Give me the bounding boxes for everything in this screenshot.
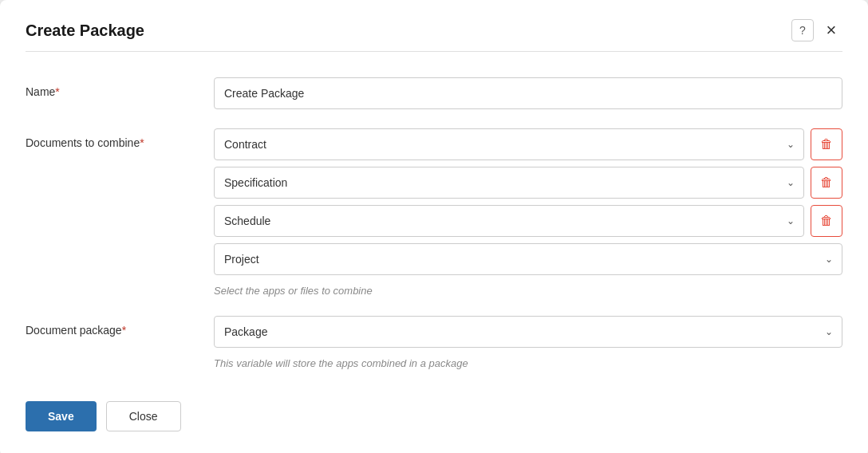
specification-select[interactable]: Specification: [214, 167, 804, 199]
package-label: Document package*: [26, 316, 201, 337]
document-row-2: Schedule ⌄ 🗑: [214, 205, 842, 237]
help-button[interactable]: ?: [791, 19, 814, 41]
document-row-0: Contract ⌄ 🗑: [214, 128, 842, 160]
name-label: Name*: [26, 77, 201, 98]
name-field-container: [214, 77, 842, 109]
close-icon: ×: [827, 22, 837, 39]
package-row: Document package* Package ⌄ This variabl…: [26, 316, 842, 369]
trash-icon: 🗑: [820, 214, 833, 228]
trash-icon: 🗑: [820, 137, 833, 152]
trash-icon: 🗑: [820, 175, 833, 190]
name-required-star: *: [55, 85, 59, 98]
dialog-close-button[interactable]: ×: [820, 19, 842, 41]
help-icon: ?: [799, 24, 806, 37]
close-button[interactable]: Close: [106, 401, 181, 431]
specification-select-wrapper: Specification ⌄: [214, 167, 804, 199]
header-actions: ? ×: [791, 19, 842, 41]
delete-contract-button[interactable]: 🗑: [811, 128, 842, 160]
schedule-select[interactable]: Schedule: [214, 205, 804, 237]
package-hint: This variable will store the apps combin…: [214, 357, 842, 369]
dialog-title: Create Package: [26, 22, 144, 40]
documents-required-star: *: [140, 136, 144, 149]
delete-specification-button[interactable]: 🗑: [811, 167, 842, 199]
package-required-star: *: [122, 324, 126, 337]
create-package-dialog: Create Package ? × Name* Documents to co…: [0, 0, 868, 453]
project-select-wrapper: Project ⌄: [214, 243, 842, 275]
form-body: Name* Documents to combine* Contract ⌄: [26, 77, 842, 431]
document-row-1: Specification ⌄ 🗑: [214, 167, 842, 199]
contract-select[interactable]: Contract: [214, 128, 804, 160]
package-content: Package ⌄ This variable will store the a…: [214, 316, 842, 369]
documents-label: Documents to combine*: [26, 128, 201, 149]
dialog-header: Create Package ? ×: [26, 19, 842, 52]
package-select[interactable]: Package: [214, 316, 842, 348]
document-row-3: Project ⌄: [214, 243, 842, 275]
project-select[interactable]: Project: [214, 243, 842, 275]
delete-schedule-button[interactable]: 🗑: [811, 205, 842, 237]
package-select-wrapper: Package ⌄: [214, 316, 842, 348]
name-input[interactable]: [214, 77, 842, 109]
documents-hint: Select the apps or files to combine: [214, 285, 842, 297]
save-button[interactable]: Save: [26, 401, 97, 431]
name-row: Name*: [26, 77, 842, 109]
documents-row: Documents to combine* Contract ⌄ 🗑: [26, 128, 842, 297]
schedule-select-wrapper: Schedule ⌄: [214, 205, 804, 237]
footer-actions: Save Close: [26, 395, 842, 431]
contract-select-wrapper: Contract ⌄: [214, 128, 804, 160]
documents-content: Contract ⌄ 🗑 Specification ⌄: [214, 128, 842, 297]
